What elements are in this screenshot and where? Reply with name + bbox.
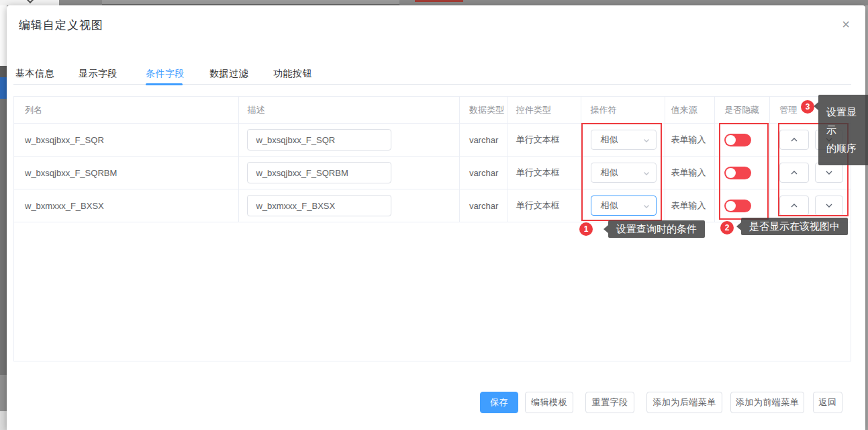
data-type-cell: varchar (460, 189, 508, 222)
background-page-right (865, 5, 868, 430)
operator-select[interactable]: 相似 (591, 163, 657, 183)
tab-underline (13, 84, 851, 85)
column-name-cell: w_bxmxxx_F_BXSX (14, 189, 239, 222)
value-source-cell: 表单输入 (665, 189, 715, 222)
tooltip-text-line: 的顺序 (826, 139, 865, 157)
operator-select[interactable]: 相似 (591, 196, 657, 216)
column-header: 值来源 (665, 97, 715, 123)
background-segment (0, 99, 7, 375)
operator-select[interactable]: 相似 (591, 130, 657, 150)
move-up-button[interactable] (779, 130, 809, 150)
data-type-cell: varchar (460, 124, 508, 156)
table-row: w_bxsqjbxx_F_SQR varchar 单行文本框 相似 表单输入 (14, 124, 851, 157)
column-header: 数据类型 (460, 97, 508, 123)
tab-condition-fields[interactable]: 条件字段 (146, 68, 185, 80)
column-header: 描述 (239, 97, 459, 123)
add-backend-menu-button[interactable]: 添加为后端菜单 (646, 392, 722, 413)
toggle-knob (726, 201, 736, 211)
toggle-knob (726, 135, 736, 145)
dialog-title: 编辑自定义视图 (19, 17, 103, 33)
background-input-bar (102, 0, 399, 5)
table-row: w_bxmxxx_F_BXSX varchar 单行文本框 相似 表单输入 (14, 189, 851, 222)
operator-value: 相似 (601, 200, 618, 212)
reset-fields-button[interactable]: 重置字段 (585, 392, 634, 413)
chevron-down-icon (642, 169, 650, 177)
control-type-cell: 单行文本框 (508, 189, 581, 222)
move-up-button[interactable] (779, 196, 809, 216)
background-segment (0, 375, 7, 411)
operator-value: 相似 (601, 134, 618, 146)
annotation-tooltip-1: 设置查询时的条件 (608, 220, 705, 238)
screen: 编辑自定义视图 × 基本信息 显示字段 条件字段 数据过滤 功能按钮 列名 描述… (0, 0, 868, 430)
table-header-row: 列名 描述 数据类型 控件类型 操作符 值来源 是否隐藏 管理 (14, 97, 851, 124)
value-source-cell: 表单输入 (665, 124, 715, 156)
close-icon[interactable]: × (838, 16, 854, 32)
description-input[interactable] (247, 195, 391, 216)
background-panel (0, 0, 59, 5)
control-type-cell: 单行文本框 (508, 124, 581, 156)
chevron-up-icon (789, 169, 799, 177)
dialog-footer: 保存 编辑模板 重置字段 添加为后端菜单 添加为前端菜单 返回 (480, 392, 842, 413)
tab-data-filter[interactable]: 数据过滤 (209, 68, 248, 80)
description-input[interactable] (247, 162, 391, 183)
annotation-badge-2: 2 (720, 221, 734, 234)
chevron-up-icon (789, 202, 799, 210)
background-segment (0, 5, 7, 66)
chevron-down-icon (642, 202, 650, 210)
edit-template-button[interactable]: 编辑模板 (525, 392, 573, 413)
column-header: 列名 (14, 97, 239, 123)
value-source-cell: 表单输入 (665, 157, 715, 189)
background-red-button (415, 0, 463, 2)
column-header: 控件类型 (508, 97, 581, 123)
annotation-tooltip-2: 是否显示在该视图中 (741, 218, 848, 235)
tab-basic-info[interactable]: 基本信息 (15, 68, 54, 80)
annotation-tooltip-3: 设置显示 的顺序 (818, 95, 868, 165)
active-tab-indicator (146, 83, 183, 85)
tab-function-buttons[interactable]: 功能按钮 (273, 68, 312, 80)
annotation-badge-3: 3 (801, 100, 814, 114)
background-active-menu-item (0, 77, 7, 99)
tooltip-text-line: 设置显示 (826, 103, 865, 139)
column-name-cell: w_bxsqjbxx_F_SQR (14, 124, 239, 156)
tooltip-arrow (814, 102, 818, 110)
back-button[interactable]: 返回 (813, 392, 842, 413)
hidden-toggle[interactable] (724, 134, 751, 146)
tooltip-arrow (736, 222, 741, 230)
column-header: 是否隐藏 (715, 97, 770, 123)
toggle-knob (726, 168, 736, 178)
hidden-toggle[interactable] (724, 167, 751, 179)
tooltip-text: 设置查询时的条件 (616, 223, 697, 234)
description-input[interactable] (247, 129, 391, 150)
table-row: w_bxsqjbxx_F_SQRBM varchar 单行文本框 相似 表单输入 (14, 157, 851, 189)
chevron-down-icon (824, 169, 834, 177)
annotation-badge-1: 1 (579, 222, 593, 236)
chevron-down-icon (824, 202, 834, 210)
tooltip-text: 是否显示在该视图中 (749, 220, 840, 232)
background-segment (0, 411, 7, 430)
move-up-button[interactable] (779, 163, 809, 183)
data-type-cell: varchar (460, 157, 508, 189)
move-down-button[interactable] (815, 196, 843, 216)
background-segment (0, 66, 7, 77)
move-down-button[interactable] (815, 163, 843, 183)
save-button[interactable]: 保存 (480, 392, 518, 413)
chevron-up-icon (789, 136, 799, 144)
background-page-left (0, 5, 7, 430)
control-type-cell: 单行文本框 (508, 157, 581, 189)
hidden-toggle[interactable] (724, 200, 751, 212)
tooltip-arrow (604, 225, 608, 233)
add-frontend-menu-button[interactable]: 添加为前端菜单 (730, 392, 804, 413)
chevron-down-icon (642, 136, 650, 144)
operator-value: 相似 (601, 167, 618, 179)
tab-display-fields[interactable]: 显示字段 (79, 68, 117, 80)
column-name-cell: w_bxsqjbxx_F_SQRBM (14, 157, 239, 189)
collapse-chevron-icon (26, 0, 35, 3)
column-header: 操作符 (581, 97, 666, 123)
background-page-top (0, 0, 868, 5)
